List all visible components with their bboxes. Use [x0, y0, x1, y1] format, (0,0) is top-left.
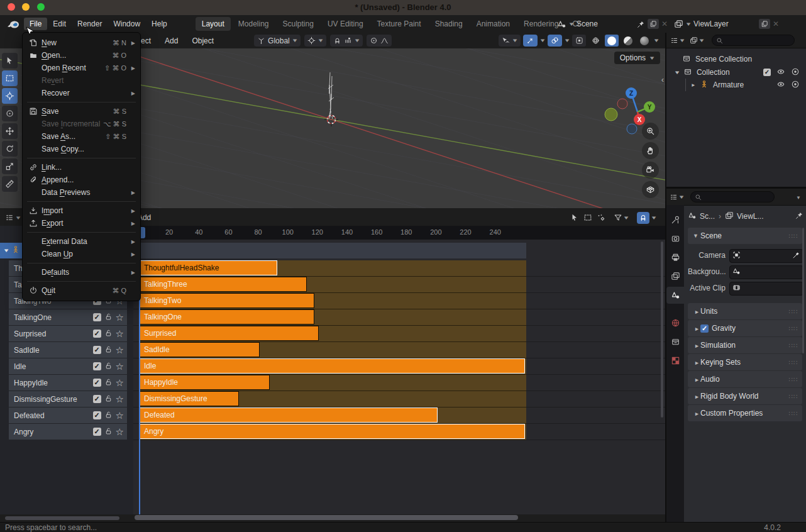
properties-tab-view-layer[interactable] [666, 268, 684, 285]
properties-tab-world[interactable] [666, 314, 684, 331]
outliner-row-armature[interactable]: ▼ Armature [666, 79, 806, 91]
properties-tab-texture[interactable] [666, 352, 684, 369]
new-scene-button[interactable] [648, 19, 659, 29]
file-menu-item-new[interactable]: New ⌘ N ▶ [23, 36, 140, 49]
disclosure-triangle-icon[interactable]: ▼ [690, 82, 696, 87]
field-backgrou-[interactable] [729, 265, 803, 279]
channel-solo-star[interactable]: ☆ [116, 345, 124, 356]
channel-mute-checkbox[interactable]: ✓ [93, 346, 101, 354]
tab-uv-editing[interactable]: UV Editing [321, 17, 370, 31]
file-menu-item-defaults[interactable]: Defaults ▶ [23, 266, 140, 279]
file-menu-item-export[interactable]: Export ▶ [23, 217, 140, 230]
snap-magnet-toggle[interactable] [637, 212, 649, 224]
material-shading-button[interactable] [621, 35, 635, 47]
file-menu-item-data-previews[interactable]: Data Previews ▶ [23, 186, 140, 199]
panel-grip-icon[interactable]: ∷∷ [788, 410, 798, 417]
strip-vscrollbar[interactable] [661, 241, 663, 418]
camera-view-button[interactable] [642, 162, 659, 179]
field-camera[interactable] [729, 249, 803, 263]
panel-grip-icon[interactable]: ∷∷ [788, 325, 798, 332]
panel-audio[interactable]: ▼ Audio ∷∷ [688, 371, 802, 387]
channel-solo-star[interactable]: ☆ [116, 377, 124, 389]
display-mode-dropdown[interactable]: ▼ [670, 36, 685, 45]
channel-mute-checkbox[interactable]: ✓ [93, 428, 101, 436]
nla-channel-row[interactable]: Defeated ✓ ☆ [9, 407, 127, 423]
pin-icon[interactable] [637, 20, 645, 28]
lock-open-icon[interactable] [104, 427, 113, 435]
nla-strip-area[interactable]: ThoughtfulHeadShakeTalkingThreeTalkingTw… [133, 240, 665, 514]
nla-channel-row[interactable]: SadIdle ✓ ☆ [9, 342, 127, 358]
panel-grip-icon[interactable]: ∷∷ [788, 376, 798, 383]
file-menu-item-recover[interactable]: Recover ▶ [23, 87, 140, 99]
disclosure-triangle-icon[interactable]: ▼ [673, 70, 680, 75]
channel-mute-checkbox[interactable]: ✓ [93, 395, 101, 403]
rotate-tool[interactable] [2, 141, 18, 157]
blender-logo-icon[interactable] [6, 19, 20, 29]
scale-tool[interactable] [2, 158, 18, 174]
file-menu-item-append-[interactable]: Append... [23, 174, 140, 186]
outliner-row-scene-collection[interactable]: Scene Collection [666, 53, 806, 65]
channel-solo-star[interactable]: ☆ [116, 361, 124, 372]
ortho-toggle-button[interactable] [642, 181, 659, 198]
properties-tab-tool[interactable] [666, 211, 684, 228]
properties-scrollbar[interactable] [802, 228, 804, 353]
panel-custom-properties[interactable]: ▼ Custom Properties ∷∷ [688, 405, 802, 421]
tweak-tool[interactable] [2, 53, 18, 69]
scene-selector[interactable]: ▼Scene✕ [557, 18, 668, 30]
file-menu-item-open-[interactable]: Open... ⌘ O [23, 49, 140, 62]
gravity-checkbox[interactable]: ✓ [700, 324, 709, 333]
panel-grip-icon[interactable]: ∷∷ [788, 393, 798, 400]
nla-channel-row[interactable]: Angry ✓ ☆ [9, 424, 127, 440]
xray-toggle[interactable] [572, 35, 586, 47]
channel-mute-checkbox[interactable]: ✓ [93, 379, 101, 387]
panel-units[interactable]: ▼ Units ∷∷ [688, 303, 802, 319]
properties-tab-render[interactable] [666, 230, 684, 247]
tab-sculpting[interactable]: Sculpting [277, 17, 320, 31]
nla-channel-row[interactable]: Surprised ✓ ☆ [9, 326, 127, 341]
box-select-icon[interactable] [583, 213, 592, 222]
channel-solo-star[interactable]: ☆ [116, 394, 124, 405]
viewlayer-selector[interactable]: ▼ViewLayer✕ [674, 18, 779, 30]
nla-strip[interactable]: SadIdle [140, 342, 260, 357]
channel-solo-star[interactable]: ☆ [116, 426, 124, 438]
viewport-menu-object[interactable]: Object [192, 36, 214, 45]
viewport-menu-ect[interactable]: ect [141, 36, 151, 45]
nla-editor-type-icon[interactable] [5, 213, 14, 222]
remove-viewlayer-button[interactable]: ✕ [773, 19, 779, 28]
gizmos-toggle[interactable] [523, 35, 538, 47]
channel-mute-checkbox[interactable]: ✓ [93, 362, 101, 370]
channel-solo-star[interactable]: ☆ [116, 410, 124, 421]
unlink-scene-button[interactable]: ✕ [661, 19, 668, 28]
channel-mute-checkbox[interactable]: ✓ [93, 411, 101, 419]
breadcrumb-viewlayer[interactable]: ViewL... [737, 212, 763, 221]
file-menu-item-save-incremental[interactable]: Save Incremental ⌥ ⌘ S [23, 118, 140, 130]
lock-open-icon[interactable] [104, 345, 113, 353]
panel-grip-icon[interactable]: ∷∷ [788, 359, 798, 366]
transform-orientation-dropdown[interactable]: Global▼ [254, 35, 301, 47]
tab-texture-paint[interactable]: Texture Paint [371, 17, 428, 31]
pan-button[interactable] [642, 142, 659, 159]
menu-window[interactable]: Window [108, 18, 146, 30]
file-menu-item-save-as-[interactable]: Save As... ⇧ ⌘ S [23, 130, 140, 143]
nla-strip[interactable]: TalkingTwo [140, 293, 314, 308]
tab-animation[interactable]: Animation [470, 17, 516, 31]
filter-dropdown[interactable]: ▼ [690, 36, 704, 45]
outliner-row-collection[interactable]: ▼ Collection ✓ [666, 66, 806, 79]
zoom-button[interactable] [642, 123, 659, 140]
file-menu-item-clean-up[interactable]: Clean Up ▶ [23, 248, 140, 260]
tab-shading[interactable]: Shading [429, 17, 469, 31]
properties-tab-output[interactable] [666, 249, 684, 266]
file-menu-item-open-recent[interactable]: Open Recent ⇧ ⌘ O ▶ [23, 62, 140, 74]
eye-icon[interactable] [776, 67, 785, 76]
menu-edit[interactable]: Edit [47, 18, 72, 30]
panel-simulation[interactable]: ▼ Simulation ∷∷ [688, 337, 802, 353]
nla-strip[interactable]: ThoughtfulHeadShake [140, 260, 277, 275]
eye-icon[interactable] [776, 80, 785, 89]
tab-layout[interactable]: Layout [196, 17, 231, 31]
tweak-icon[interactable] [597, 213, 605, 222]
properties-search[interactable] [690, 191, 775, 202]
options-button[interactable]: Options ▼ [614, 52, 660, 64]
nla-strip[interactable]: DismissingGesture [140, 391, 239, 406]
proportional-editing[interactable] [367, 35, 392, 47]
select-box-tool[interactable] [2, 70, 18, 86]
